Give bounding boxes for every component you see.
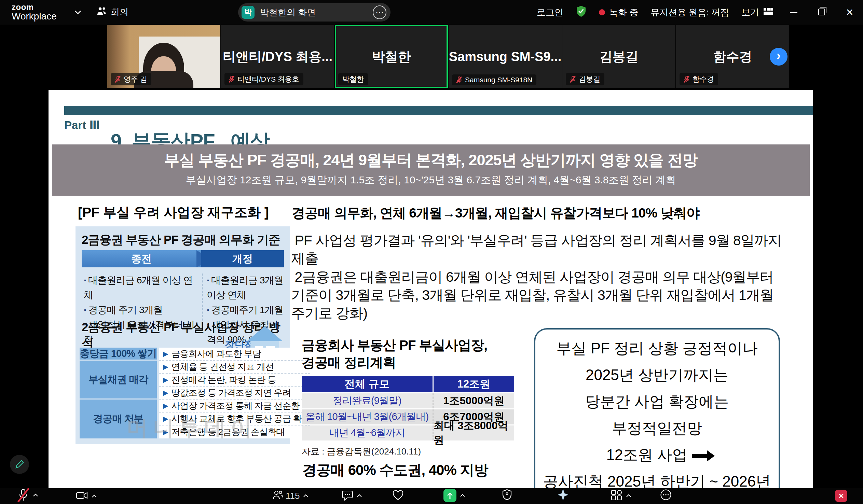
body-paragraphs: PF 사업성 평가결과 '유의'와 '부실우려' 등급 사업장의 정리 계획서를… (291, 231, 787, 322)
callout-line: 12조원 사업 (535, 441, 779, 468)
participants-icon (272, 490, 284, 502)
avatar: 박 (241, 6, 254, 19)
pill-more-button[interactable]: ⋯ (373, 5, 386, 19)
minimize-button[interactable] (786, 7, 801, 18)
record-dot-icon (599, 9, 605, 15)
chat-icon (342, 490, 353, 502)
logo-line2: Workplace (12, 11, 57, 21)
slide-part-label: Part Ⅲ (64, 118, 100, 132)
section-heading-right: 경공매 의무화, 연체 6개월→3개월, 재입찰시 유찰가격보다 10% 낮춰야 (292, 204, 699, 222)
tab-meeting-label: 회의 (111, 6, 128, 18)
after-header: 개정 (201, 250, 284, 267)
before-after-header: 종전 개정 (82, 250, 284, 267)
video-tile-yeongju-kim[interactable]: 영주 김 (107, 25, 220, 88)
before-header: 종전 (82, 250, 201, 267)
recording-label: 녹화 중 (609, 7, 638, 18)
video-tile-samsung[interactable]: Samsung SM-S9... Samsung SM-S918N (449, 25, 562, 88)
logo-line1: zoom (12, 3, 57, 11)
slide-banner: 부실 부동산 PF 경공매, 24년 9월부터 본격화, 2025년 상반기까지… (52, 144, 810, 196)
nameplate: 김봉길 (566, 73, 604, 85)
plan-table-header: 전체 규모 12조원 (302, 376, 514, 392)
video-button[interactable] (76, 490, 97, 502)
original-sound-toggle[interactable]: 뮤지션용 원음: 꺼짐 (650, 7, 729, 18)
nameplate-label: Samsung SM-S918N (465, 76, 532, 84)
mute-button[interactable] (18, 488, 38, 502)
shared-screen-title: 박철한의 화면 (260, 7, 367, 18)
mic-muted-icon (228, 76, 235, 83)
mic-muted-icon (684, 76, 690, 83)
chevron-up-icon[interactable] (33, 492, 38, 498)
nameplate-label: 박철한 (342, 74, 364, 84)
meeting-toolbar: 115 × (0, 488, 863, 504)
callout-line: 당분간 사업 확장에는 (535, 388, 779, 415)
section-heading-left: [PF 부실 우려 사업장 재구조화 ] (78, 203, 269, 222)
more-button[interactable] (660, 489, 672, 502)
chevron-up-icon[interactable] (460, 492, 465, 499)
close-button[interactable]: × (842, 5, 858, 20)
shared-screen-pill[interactable]: 박 박철한의 화면 ⋯ (238, 3, 390, 22)
chevron-up-icon[interactable] (303, 493, 309, 499)
callout-line: 부실 PF 정리 상황 긍정적이나 (535, 335, 779, 362)
callout-line: 부정적일전망 (535, 415, 779, 441)
nameplate: 함수경 (679, 73, 718, 85)
chevron-up-icon[interactable] (91, 493, 97, 499)
participants-button[interactable]: 115 (272, 490, 309, 502)
video-tile-kim-bonggil[interactable]: 김봉길 김봉길 (562, 25, 675, 88)
shared-screen-content: Part Ⅲ 9. 부동산PF _예상 부실 부동산 PF 경공매, 24년 9… (49, 90, 813, 488)
leave-meeting-button[interactable]: × (835, 490, 847, 502)
security-button[interactable] (502, 489, 512, 502)
callout-box: 부실 PF 정리 상황 긍정적이나 2025년 상반기까지는 당분간 사업 확장… (534, 328, 780, 488)
triangle-bullet-icon: ▶ (163, 376, 168, 384)
callout-line: 공사진척 2025년 하반기 ~ 2026년 (535, 468, 779, 488)
nameplate: 박철한 (338, 73, 368, 85)
banner-subline: 부실사업장 12조원 규모, 9월말까지 1.5조 정리, 10~'25년 3월… (52, 173, 810, 187)
zoom-window: zoom Workplace 회의 박 박철한의 화면 ⋯ 로그인 녹화 중 뮤… (0, 0, 863, 504)
view-button[interactable]: 보기 (741, 7, 774, 18)
tile-center-name: 김봉길 (562, 48, 675, 65)
restore-button[interactable] (814, 7, 829, 18)
nameplate-label: 티앤티/DYS 최용호 (237, 74, 299, 84)
triangle-bullet-icon: ▶ (163, 363, 168, 371)
method-item: ▶진성매각 논란, 파킹 논란 등 (159, 374, 310, 387)
arrow-right-icon (692, 454, 708, 458)
paragraph: 2금융권은 대출원리금이 6개월 이상 연체된 사업장이 경공매 의무 대상(9… (291, 269, 777, 321)
reactions-button[interactable] (392, 490, 404, 502)
tab-meeting[interactable]: 회의 (96, 6, 128, 18)
before-item: 경공매 주기 3개월 (84, 303, 197, 317)
ai-companion-button[interactable] (558, 489, 568, 502)
method-row-label: 충당금 100% 쌓기 (79, 348, 157, 361)
chevron-up-icon[interactable] (626, 493, 631, 499)
paragraph: PF 사업성 평가결과 '유의'와 '부실우려' 등급 사업장의 정리 계획서를… (291, 232, 785, 266)
plan-table: 전체 규모 12조원 정리완료(9월말) 1조5000억원 올해 10월~내년 … (302, 376, 514, 441)
video-tile-park-cheolhan-active[interactable]: 박철한 박철한 (335, 25, 448, 88)
table-row: 내년 4월~6월까지 최대 3조8000억원 (302, 426, 514, 441)
camera-icon (76, 490, 88, 502)
apps-button[interactable] (611, 490, 631, 502)
video-tile-tnt-dys[interactable]: 티앤티/DYS 최용... 티앤티/DYS 최용호 (221, 25, 334, 88)
apps-icon (611, 490, 623, 502)
tile-center-name: Samsung SM-S9... (449, 49, 562, 64)
nameplate-label: 김봉길 (579, 74, 600, 84)
next-participants-button[interactable]: › (770, 48, 788, 65)
pencil-icon (14, 459, 25, 470)
title-bar: zoom Workplace 회의 박 박철한의 화면 ⋯ 로그인 녹화 중 뮤… (0, 0, 863, 25)
triangle-bullet-icon: ▶ (163, 389, 168, 397)
share-screen-button[interactable] (443, 489, 465, 502)
slide-top-rule (64, 106, 813, 115)
chevron-down-icon[interactable] (74, 10, 81, 16)
login-button[interactable]: 로그인 (537, 7, 563, 18)
shield-icon (502, 489, 512, 502)
chat-button[interactable] (342, 490, 362, 502)
nameplate-label: 함수경 (692, 74, 714, 84)
nameplate: 영주 김 (111, 73, 151, 85)
annotate-pencil-button[interactable] (10, 455, 29, 474)
method-item: ▶금융회사에 과도한 부담 (159, 348, 310, 361)
infographic-title-1: 2금융권 부동산 PF 경공매 의무화 기준 (82, 232, 280, 248)
view-grid-icon (763, 7, 774, 18)
before-item: 대출원리금 6개월 이상 연체 (84, 273, 197, 303)
callout-line: 2025년 상반기까지는 (535, 362, 779, 388)
chevron-up-icon[interactable] (357, 493, 362, 499)
mic-muted-icon (456, 76, 462, 83)
watermark: 머니투데이 (127, 414, 257, 442)
tile-center-name: 티앤티/DYS 최용... (221, 48, 334, 65)
